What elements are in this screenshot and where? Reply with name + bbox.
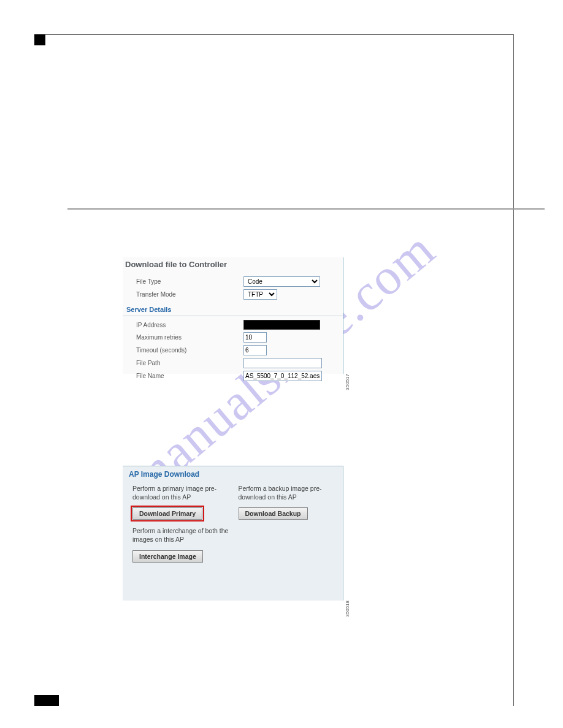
backup-desc: Perform a backup image pre-download on t… [239, 485, 334, 501]
retries-label: Maximum retries [136, 334, 243, 341]
timeout-label: Timeout (seconds) [136, 347, 243, 354]
filepath-row: File Path [123, 357, 343, 370]
interchange-image-button[interactable]: Interchange Image [132, 550, 203, 563]
filepath-input[interactable] [243, 358, 322, 368]
transfer-mode-label: Transfer Mode [136, 291, 243, 298]
download-backup-button[interactable]: Download Backup [239, 507, 308, 520]
ap-panel-title: AP Image Download [123, 466, 343, 485]
primary-desc: Perform a primary image pre-download on … [132, 485, 228, 501]
retries-row: Maximum retries [123, 331, 343, 344]
download-primary-button[interactable]: Download Primary [132, 507, 202, 520]
transfer-mode-row: Transfer Mode TFTP [123, 288, 343, 301]
filename-input[interactable] [243, 371, 322, 381]
transfer-mode-select[interactable]: TFTP [243, 289, 277, 300]
timeout-row: Timeout (seconds) [123, 344, 343, 357]
screenshot-id-2: 350518 [345, 601, 350, 617]
ap-image-download-panel: AP Image Download Perform a primary imag… [123, 466, 343, 601]
interchange-section: Perform a interchange of both the images… [123, 520, 255, 562]
filename-label: File Name [136, 373, 243, 379]
retries-input[interactable] [243, 332, 267, 343]
ip-label: IP Address [136, 322, 243, 328]
page-right-rule [513, 34, 514, 706]
file-type-select[interactable]: Code [243, 276, 320, 287]
filepath-label: File Path [136, 360, 243, 366]
panel-title: Download file to Controller [123, 257, 343, 275]
file-type-row: File Type Code [123, 275, 343, 288]
ip-address-redacted [243, 320, 320, 330]
timeout-input[interactable] [243, 345, 267, 355]
backup-column: Perform a backup image pre-download on t… [239, 485, 334, 520]
page-number-block [34, 695, 59, 706]
header-marker-block [34, 34, 45, 45]
server-details-heading: Server Details [123, 301, 343, 316]
page-top-rule [34, 34, 514, 35]
filename-row: File Name [123, 370, 343, 382]
file-type-label: File Type [136, 278, 243, 285]
section-divider [67, 208, 545, 210]
ip-row: IP Address [123, 319, 343, 331]
interchange-desc: Perform a interchange of both the images… [132, 527, 245, 544]
primary-column: Perform a primary image pre-download on … [132, 485, 228, 520]
download-file-panel: Download file to Controller File Type Co… [123, 257, 343, 374]
screenshot-id-1: 350517 [345, 374, 350, 390]
